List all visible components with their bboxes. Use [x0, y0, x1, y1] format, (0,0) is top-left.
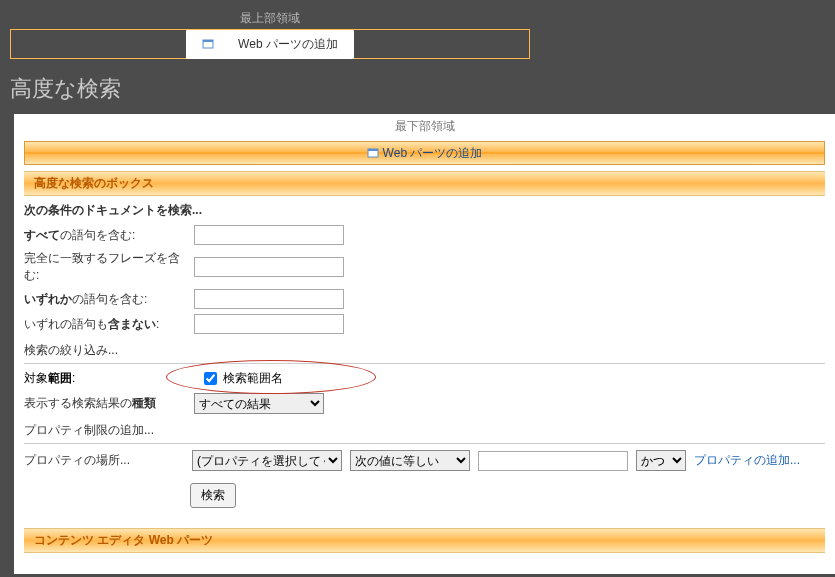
scope-checkbox[interactable]	[204, 372, 217, 385]
property-where-label: プロパティの場所...	[24, 452, 184, 469]
row-none-words: いずれの語句も含まない:	[24, 314, 825, 334]
divider	[24, 363, 825, 364]
operator-select[interactable]: 次の値に等しい	[350, 450, 470, 471]
scope-row: 対象範囲: 検索範囲名	[24, 370, 825, 387]
add-webpart-icon	[194, 34, 222, 54]
add-webpart-icon	[367, 146, 379, 160]
scope-checkbox-label: 検索範囲名	[223, 370, 283, 387]
any-words-input[interactable]	[194, 289, 344, 309]
svg-rect-1	[203, 40, 213, 42]
bottom-zone-label: 最下部領域	[14, 114, 835, 135]
top-zone-label: 最上部領域	[10, 10, 530, 27]
add-webpart-label: Web パーツの追加	[383, 145, 483, 162]
all-words-input[interactable]	[194, 225, 344, 245]
result-type-select[interactable]: すべての結果	[194, 393, 324, 414]
main-zone: 最下部領域 Web パーツの追加 高度な検索のボックス 次の条件のドキュメントを…	[14, 114, 835, 574]
exact-phrase-input[interactable]	[194, 257, 344, 277]
add-webpart-label: Web パーツの追加	[230, 33, 346, 56]
row-all-words: すべての語句を含む:	[24, 225, 825, 245]
svg-rect-3	[368, 149, 378, 151]
exact-phrase-label: 完全に一致するフレーズを含む:	[24, 250, 184, 284]
property-row: プロパティの場所... (プロパティを選択してください) 次の値に等しい かつ …	[24, 450, 825, 471]
advanced-search-header: 高度な検索のボックス	[24, 171, 825, 196]
none-words-input[interactable]	[194, 314, 344, 334]
advanced-search-form: 次の条件のドキュメントを検索... すべての語句を含む: 完全に一致するフレーズ…	[24, 202, 825, 508]
divider	[24, 443, 825, 444]
top-zone: 最上部領域 Web パーツの追加	[0, 0, 835, 69]
row-any-words: いずれかの語句を含む:	[24, 289, 825, 309]
narrow-search-heading: 検索の絞り込み...	[24, 342, 825, 359]
page-title: 高度な検索	[10, 74, 825, 104]
result-type-row: 表示する検索結果の種類 すべての結果	[24, 393, 825, 414]
property-select[interactable]: (プロパティを選択してください)	[192, 450, 342, 471]
scope-label: 対象範囲:	[24, 370, 184, 387]
search-button[interactable]: 検索	[190, 483, 236, 508]
property-heading: プロパティ制限の追加...	[24, 422, 825, 439]
add-property-link[interactable]: プロパティの追加...	[694, 452, 800, 469]
add-webpart-button-top[interactable]: Web パーツの追加	[10, 29, 530, 59]
all-words-label: すべての語句を含む:	[24, 227, 184, 244]
andor-select[interactable]: かつ	[636, 450, 686, 471]
property-value-input[interactable]	[478, 451, 628, 471]
find-docs-label: 次の条件のドキュメントを検索...	[24, 202, 825, 219]
result-type-label: 表示する検索結果の種類	[24, 395, 184, 412]
content-editor-header: コンテンツ エディタ Web パーツ	[24, 528, 825, 553]
add-webpart-button-bottom[interactable]: Web パーツの追加	[24, 141, 825, 165]
none-words-label: いずれの語句も含まない:	[24, 316, 184, 333]
any-words-label: いずれかの語句を含む:	[24, 291, 184, 308]
row-exact-phrase: 完全に一致するフレーズを含む:	[24, 250, 825, 284]
